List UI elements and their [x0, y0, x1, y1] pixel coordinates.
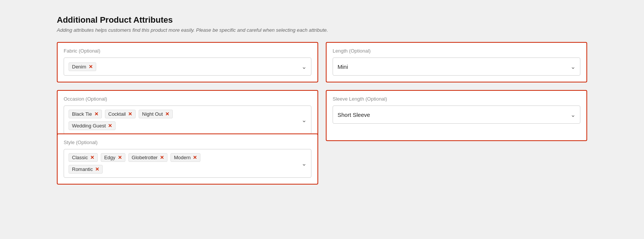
occasion-tag-night-out-remove[interactable]: ✕	[165, 112, 169, 116]
style-tag-globetrotter-label: Globetrotter	[132, 155, 158, 160]
occasion-tag-night-out-label: Night Out	[142, 111, 163, 117]
occasion-tag-cocktail-label: Cocktail	[108, 111, 126, 117]
style-tag-edgy-remove[interactable]: ✕	[118, 155, 122, 160]
sleeve-length-select[interactable]: Short Sleeve ⌄	[333, 106, 580, 124]
occasion-select[interactable]: Black Tie ✕ Cocktail ✕ Night Out ✕ Weddi…	[64, 106, 311, 134]
style-select[interactable]: Classic ✕ Edgy ✕ Globetrotter ✕ Mod	[64, 149, 311, 178]
fabric-box: Fabric (Optional) Denim ✕ ⌄	[57, 42, 318, 82]
occasion-tag-wedding-guest: Wedding Guest ✕	[69, 121, 116, 130]
sleeve-length-label: Sleeve Length (Optional)	[333, 96, 580, 102]
style-tag-edgy-label: Edgy	[104, 155, 116, 160]
fabric-chevron-icon: ⌄	[302, 63, 306, 70]
style-tag-classic: Classic ✕	[69, 153, 98, 162]
style-tag-globetrotter-remove[interactable]: ✕	[160, 155, 164, 160]
occasion-chevron-icon: ⌄	[302, 116, 306, 124]
style-tag-globetrotter: Globetrotter ✕	[128, 153, 168, 162]
occasion-tag-wedding-guest-label: Wedding Guest	[72, 123, 106, 129]
occasion-row1: Black Tie ✕ Cocktail ✕ Night Out ✕	[69, 110, 297, 118]
fabric-tag-denim: Denim ✕	[69, 62, 96, 71]
occasion-label: Occasion (Optional)	[64, 96, 311, 102]
style-tag-modern-remove[interactable]: ✕	[193, 155, 197, 160]
fabric-tag-denim-label: Denim	[72, 64, 86, 70]
style-tag-romantic-remove[interactable]: ✕	[95, 167, 99, 172]
occasion-tag-black-tie-remove[interactable]: ✕	[94, 112, 98, 116]
fabric-select[interactable]: Denim ✕ ⌄	[64, 57, 311, 76]
style-tag-edgy: Edgy ✕	[101, 153, 125, 162]
style-tag-modern-label: Modern	[174, 155, 191, 160]
occasion-tag-cocktail-remove[interactable]: ✕	[128, 112, 132, 116]
length-box: Length (Optional) Mini ⌄	[326, 42, 587, 82]
style-tag-romantic: Romantic ✕	[69, 165, 103, 174]
occasion-tag-black-tie: Black Tie ✕	[69, 110, 102, 118]
style-row2: Romantic ✕	[69, 165, 297, 174]
occasion-tag-wedding-guest-remove[interactable]: ✕	[108, 123, 112, 128]
style-row1: Classic ✕ Edgy ✕ Globetrotter ✕ Mod	[69, 153, 297, 162]
length-value: Mini	[338, 64, 348, 70]
page-container: Additional Product Attributes Adding att…	[57, 15, 587, 185]
sleeve-length-box: Sleeve Length (Optional) Short Sleeve ⌄	[326, 90, 587, 141]
attributes-grid: Fabric (Optional) Denim ✕ ⌄ Length (Opti…	[57, 42, 587, 141]
length-select[interactable]: Mini ⌄	[333, 57, 580, 76]
style-label: Style (Optional)	[64, 140, 311, 145]
style-tag-classic-label: Classic	[72, 155, 88, 160]
length-label: Length (Optional)	[333, 48, 580, 54]
sleeve-length-value: Short Sleeve	[338, 112, 370, 118]
page-subtitle: Adding attributes helps customers find t…	[57, 27, 587, 33]
sleeve-length-chevron-icon: ⌄	[571, 111, 575, 118]
fabric-tag-denim-remove[interactable]: ✕	[89, 64, 93, 69]
length-chevron-icon: ⌄	[571, 63, 575, 70]
occasion-tag-black-tie-label: Black Tie	[72, 111, 92, 117]
page-title: Additional Product Attributes	[57, 15, 587, 25]
style-tag-classic-remove[interactable]: ✕	[90, 155, 94, 160]
occasion-tag-cocktail: Cocktail ✕	[105, 110, 136, 118]
style-tag-modern: Modern ✕	[170, 153, 200, 162]
style-chevron-icon: ⌄	[302, 160, 306, 167]
style-box: Style (Optional) Classic ✕ Edgy ✕ Globet…	[57, 133, 318, 185]
fabric-label: Fabric (Optional)	[64, 48, 311, 54]
occasion-row2: Wedding Guest ✕	[69, 121, 297, 130]
occasion-tag-night-out: Night Out ✕	[139, 110, 173, 118]
style-tag-romantic-label: Romantic	[72, 166, 93, 172]
